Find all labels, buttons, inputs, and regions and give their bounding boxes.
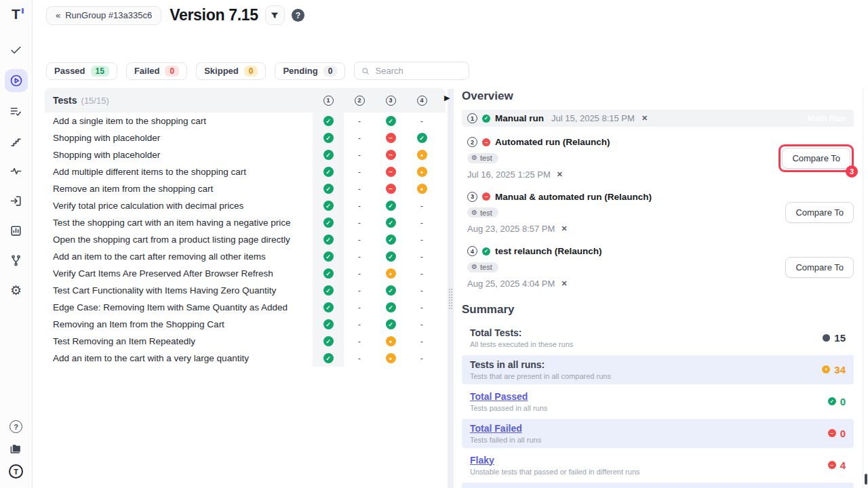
no-run-dash: - [358,319,361,329]
test-name: Shopping with placeholder [53,133,313,143]
test-name: Shopping with placeholder [53,150,313,160]
no-run-dash: - [420,302,423,312]
test-row[interactable]: Add a single item to the shopping cart ✓… [45,113,446,129]
compare-to-button[interactable]: Compare To [782,148,850,169]
remove-run-icon[interactable]: ✕ [557,170,563,179]
pulse-icon[interactable] [5,161,28,182]
gear-icon[interactable]: ⚙ [5,280,28,301]
run-column-header[interactable]: 3 [375,96,406,106]
sidebar-bottom: ? T [5,420,28,479]
filter-tab-pending[interactable]: Pending 0 [275,62,345,80]
status-cell: - [344,299,375,316]
run-row-main[interactable]: 1 ✓ Manual run Jul 15, 2025 8:15 PM ✕ Ma… [462,110,854,127]
logo-circle-icon[interactable]: T [9,464,23,479]
import-icon[interactable] [5,190,28,211]
docs-folder-icon[interactable] [5,441,28,456]
compare-to-button[interactable]: Compare To [785,202,854,223]
panel-divider[interactable]: ▶ [448,89,454,488]
test-row[interactable]: Verify Cart Items Are Preserved After Br… [45,265,446,282]
no-run-dash: - [358,353,361,363]
test-name: Add multiple different items to the shop… [53,167,313,177]
back-button-label: RunGroup #13a335c6 [65,10,152,20]
filter-button[interactable] [265,5,285,25]
filter-tab-passed[interactable]: Passed 15 [46,62,117,80]
test-row[interactable]: Test the shopping cart with an item havi… [45,214,446,231]
play-circle-icon[interactable] [5,69,28,92]
steps-icon[interactable] [5,131,28,152]
tab-label: Passed [54,66,85,76]
scrollbar-thumb[interactable] [865,474,867,485]
test-row[interactable]: Edge Case: Removing Item with Same Quant… [45,299,446,316]
no-run-dash: - [420,336,423,346]
top-bar: « RunGroup #13a335c6 Version 7.15 ? [46,5,304,25]
test-row[interactable]: Add an item to the cart after removing a… [45,248,446,265]
status-cell: ✓ [375,248,406,265]
remove-run-icon[interactable]: ✕ [561,279,567,288]
compare-to-button[interactable]: Compare To [785,257,854,278]
list-check-icon[interactable] [5,101,28,122]
summary-count: 0 [840,396,846,407]
test-row[interactable]: Verify total price calculation with deci… [45,197,446,214]
passed-icon: ✓ [482,247,490,256]
test-name: Open the shopping cart from a product li… [53,235,313,245]
remove-run-icon[interactable]: ✕ [642,114,648,123]
scrollbar-track [863,88,863,488]
app-logo[interactable]: T [12,7,20,22]
no-run-dash: - [358,184,361,194]
summary-label-link[interactable]: Total Failed [470,423,541,434]
test-row[interactable]: Remove an item from the shopping cart ✓-… [45,180,446,197]
back-to-rungroup-button[interactable]: « RunGroup #13a335c6 [46,6,161,25]
divider-drag-handle[interactable] [448,288,453,310]
summary-value: – 4 [828,460,846,471]
summary-label-link[interactable]: Flaky [470,455,640,466]
test-row[interactable]: Removing an Item from the Shopping Cart … [45,316,446,333]
run-number-badge: 2 [355,96,365,106]
test-row[interactable]: Open the shopping cart from a product li… [45,231,446,248]
summary-count: 15 [834,332,846,344]
run-column-header[interactable]: 4 [406,96,437,106]
run-number-badge: 3 [386,96,396,106]
run-tag-label: test [480,154,492,162]
test-row[interactable]: Add multiple different items to the shop… [45,163,446,180]
help-circle-icon[interactable]: ? [9,420,22,433]
status-cell: - [406,282,437,299]
summary-label-link[interactable]: Total Passed [470,391,547,402]
remove-run-icon[interactable]: ✕ [561,224,567,233]
test-row[interactable]: Test Removing an Item Repeatedly ✓-•- [45,333,446,350]
run-date: Jul 16, 2025 1:25 PM [467,169,551,180]
status-cell: • [375,333,406,350]
test-name: Add an item to the cart after removing a… [53,251,313,262]
tab-count-badge: 0 [244,66,258,77]
search-box[interactable] [354,62,469,80]
filter-tab-skipped[interactable]: Skipped 0 [196,62,266,80]
status-cell: ✓ [375,299,406,316]
collapse-panel-icon[interactable]: ▶ [444,94,450,102]
run-column-header[interactable]: 1 [313,96,344,106]
filter-tab-failed[interactable]: Failed 0 [126,62,187,80]
skipped-icon: • [822,365,830,373]
test-name: Add a single item to the shopping cart [53,116,313,126]
summary-description: Unstable tests that passed or failed in … [470,468,640,476]
summary-row: Flaky Unstable tests that passed or fail… [462,451,854,480]
status-cell: - [344,316,375,333]
no-run-dash: - [420,353,423,363]
test-row[interactable]: Test Cart Functionality with Items Havin… [45,282,446,299]
test-row[interactable]: Add an item to the cart with a very larg… [45,350,446,367]
test-row[interactable]: Shopping with placeholder ✓-–• [45,146,446,163]
status-cell: ✓ [313,197,344,214]
summary-label: Tests in all runs: [470,359,611,370]
run-action: Compare To [785,257,854,278]
run-column-header[interactable]: 2 [344,96,375,106]
status-cell: • [406,146,437,163]
summary-row: Total Tests: All tests executed in these… [462,323,854,352]
run-row: 3 – Manual & automated run (Relaunch) ⚙t… [462,188,854,238]
check-icon[interactable] [5,39,28,60]
passed-icon: ✓ [323,302,334,312]
analytics-icon[interactable] [5,220,28,241]
branch-icon[interactable] [5,250,28,271]
no-run-dash: - [420,285,423,296]
overview-panel: Overview 1 ✓ Manual run Jul 15, 2025 8:1… [454,88,868,488]
help-button[interactable]: ? [292,9,304,22]
search-input[interactable] [376,66,462,76]
test-row[interactable]: Shopping with placeholder ✓-–✓ [45,129,446,146]
